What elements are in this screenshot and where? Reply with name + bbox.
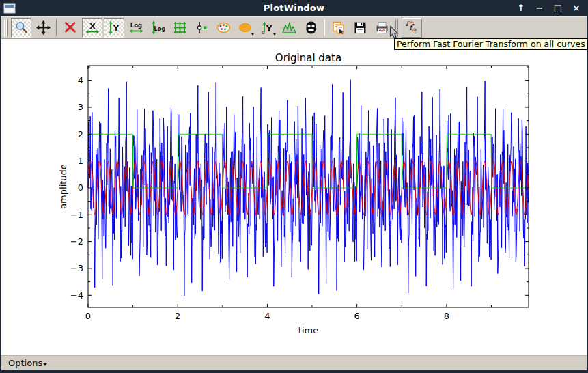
color-palette-button[interactable] bbox=[213, 18, 234, 38]
x-tick-label: 6 bbox=[354, 311, 360, 321]
y-tick-label: 4 bbox=[78, 75, 83, 85]
zoom-button[interactable] bbox=[11, 18, 31, 38]
log-y-icon: Log bbox=[151, 20, 165, 35]
figure-canvas: 02468−4−3−2−101234Original datatimeampli… bbox=[1, 39, 587, 355]
y-range-icon: 0Y bbox=[260, 20, 275, 35]
y-range-button[interactable]: 0Y bbox=[257, 18, 277, 38]
copy-icon bbox=[331, 20, 346, 35]
grid-button[interactable] bbox=[169, 18, 190, 38]
svg-text:Y: Y bbox=[265, 24, 272, 33]
y-axis-scale-icon: Y bbox=[107, 20, 122, 35]
plot-area[interactable]: 02468−4−3−2−101234Original datatimeampli… bbox=[1, 39, 587, 355]
fft-tooltip: Perform Fast Fourier Transform on all cu… bbox=[394, 38, 588, 50]
mask-icon bbox=[304, 20, 318, 35]
palette-icon bbox=[216, 20, 231, 35]
log-x-icon: Log bbox=[129, 20, 143, 35]
pan-arrows-icon bbox=[36, 20, 51, 35]
copy-button[interactable] bbox=[328, 18, 348, 38]
y-tick-label: 2 bbox=[78, 129, 83, 139]
save-icon bbox=[353, 20, 367, 35]
plot-window: PlotWindow ↑−□× XYLogLog0Yfft 02468−4−3−… bbox=[0, 0, 588, 373]
chevron-down-icon bbox=[251, 33, 254, 36]
fft-icon: fft bbox=[403, 19, 421, 37]
print-icon bbox=[375, 20, 389, 35]
autoscale-y-button[interactable]: Y bbox=[104, 18, 124, 38]
x-tick-label: 4 bbox=[264, 311, 270, 321]
toolbar-separator bbox=[56, 19, 57, 36]
peaks-icon bbox=[282, 20, 296, 35]
minimize-button[interactable]: − bbox=[535, 1, 544, 15]
x-tick-label: 8 bbox=[444, 311, 449, 321]
y-tick-label: 1 bbox=[78, 156, 83, 166]
cross-section-button[interactable] bbox=[191, 18, 212, 38]
log-x-button[interactable]: Log bbox=[126, 18, 146, 38]
y-axis-label: amplitude bbox=[58, 164, 68, 209]
y-tick-label: −4 bbox=[70, 290, 83, 301]
save-button[interactable] bbox=[350, 18, 370, 38]
log-y-button[interactable]: Log bbox=[148, 18, 168, 38]
mask-button[interactable] bbox=[300, 18, 321, 38]
y-tick-label: −1 bbox=[70, 210, 83, 220]
fft-button[interactable]: fft bbox=[402, 18, 422, 38]
pan-button[interactable] bbox=[33, 18, 53, 38]
ellipse-icon bbox=[238, 20, 253, 35]
y-tick-label: −2 bbox=[70, 236, 83, 247]
autoscale-x-button[interactable]: X bbox=[82, 18, 102, 38]
toolbar-separator bbox=[324, 19, 325, 36]
chevron-down-icon bbox=[43, 363, 47, 366]
x-tick-label: 2 bbox=[175, 311, 180, 321]
svg-text:Log: Log bbox=[154, 25, 165, 32]
plot-title: Original data bbox=[275, 52, 341, 64]
toolbar: XYLogLog0Yfft bbox=[1, 16, 587, 39]
close-button[interactable]: × bbox=[572, 1, 581, 15]
ellipse-tool-button[interactable] bbox=[235, 18, 255, 38]
maximize-button[interactable]: □ bbox=[553, 1, 563, 15]
y-tick-label: 0 bbox=[78, 182, 83, 193]
options-button[interactable]: Options bbox=[5, 357, 51, 369]
y-tick-label: −3 bbox=[70, 263, 83, 273]
zoom-cancel-icon bbox=[64, 20, 78, 35]
x-axis-scale-icon: X bbox=[85, 20, 100, 35]
svg-text:t: t bbox=[414, 27, 417, 35]
magnifier-icon bbox=[14, 20, 29, 35]
titlebar[interactable]: PlotWindow ↑−□× bbox=[0, 0, 588, 16]
curve-stats-button[interactable] bbox=[279, 18, 299, 38]
window-title: PlotWindow bbox=[264, 3, 324, 13]
x-axis-label: time bbox=[298, 325, 318, 335]
clear-zoom-button[interactable] bbox=[60, 18, 81, 38]
rollup-button[interactable]: ↑ bbox=[516, 1, 526, 15]
svg-text:X: X bbox=[89, 22, 96, 31]
mouse-cursor-icon bbox=[389, 26, 399, 42]
window-icon bbox=[3, 3, 16, 14]
svg-text:Log: Log bbox=[130, 22, 141, 29]
options-button-label: Options bbox=[8, 358, 42, 368]
chevron-down-icon bbox=[273, 33, 276, 36]
grid-icon bbox=[173, 20, 187, 35]
svg-text:0: 0 bbox=[262, 30, 264, 35]
svg-text:Y: Y bbox=[113, 24, 120, 33]
x-tick-label: 0 bbox=[85, 311, 91, 321]
toolbar-grip[interactable] bbox=[4, 19, 8, 37]
cross-section-icon bbox=[195, 20, 209, 35]
options-bar: Options bbox=[1, 355, 587, 370]
y-tick-label: 3 bbox=[78, 102, 83, 112]
